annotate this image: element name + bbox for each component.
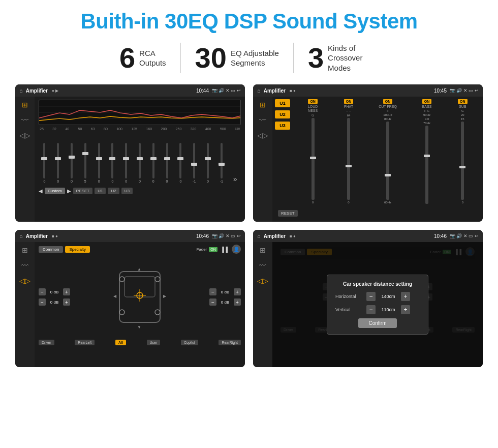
horizontal-label: Horizontal <box>335 294 363 299</box>
specialty-tab[interactable]: Specialty <box>65 246 89 253</box>
confirm-button[interactable]: Confirm <box>358 318 396 328</box>
speaker-icon-amp[interactable]: ◁▷ <box>257 131 268 139</box>
stat-text-rca: RCA Outputs <box>139 48 166 68</box>
eq-u1-btn[interactable]: U1 <box>95 188 106 194</box>
home-icon-amp[interactable]: ⌂ <box>257 87 261 94</box>
freq-label-13: 500 <box>220 127 226 131</box>
wave-icon-dialog[interactable]: 〰 <box>259 261 266 270</box>
home-icon[interactable]: ⌂ <box>19 87 23 94</box>
eq-icon[interactable]: ⊞ <box>22 101 28 109</box>
copilot-btn[interactable]: Copilot <box>181 340 198 345</box>
svg-text:▼: ▼ <box>137 325 141 330</box>
vol-minus-fr[interactable]: − <box>209 288 216 295</box>
eq-track-1[interactable] <box>57 143 59 178</box>
eq-custom-btn[interactable]: Custom <box>45 188 65 194</box>
eq-track-8[interactable] <box>152 143 154 178</box>
dialog-overlay: Car speaker distance setting Horizontal … <box>272 242 483 367</box>
home-icon-dialog[interactable]: ⌂ <box>257 233 261 239</box>
eq-track-2[interactable] <box>71 143 73 178</box>
eq-track-0[interactable] <box>43 143 45 178</box>
rear-right-btn[interactable]: RearRight <box>219 340 241 345</box>
vol-plus-fr[interactable]: + <box>234 288 241 295</box>
vol-plus-fl[interactable]: + <box>63 288 70 295</box>
vol-minus-rl[interactable]: − <box>39 298 46 306</box>
eq-val-9: 0 <box>166 180 168 183</box>
freq-label-4: 63 <box>91 127 95 131</box>
wave-icon-amp[interactable]: 〰 <box>259 116 266 124</box>
vol-minus-fl[interactable]: − <box>39 288 46 295</box>
common-tab[interactable]: Common <box>39 246 63 253</box>
driver-btn[interactable]: Driver <box>39 340 54 345</box>
topbar-dots-eq: ● ▶ <box>52 88 58 93</box>
distance-dialog: Car speaker distance setting Horizontal … <box>327 275 428 335</box>
eq-val-13: -1 <box>220 180 223 183</box>
topbar-icons-fader: 📷 🔊 ✕ ▭ ↩ <box>212 233 241 238</box>
svg-text:▲: ▲ <box>137 267 141 272</box>
all-btn[interactable]: All <box>115 340 126 345</box>
vol-plus-rr[interactable]: + <box>234 298 241 306</box>
vertical-plus[interactable]: + <box>401 305 410 314</box>
eq-track-13[interactable] <box>221 143 223 178</box>
speaker-icon-fader[interactable]: ◁▷ <box>19 277 30 285</box>
freq-label-11: 320 <box>191 127 197 131</box>
topbar-fader: ⌂ Amplifier ■ ● 10:46 📷 🔊 ✕ ▭ ↩ <box>15 230 245 242</box>
amp-reset-btn[interactable]: RESET <box>278 210 298 217</box>
eq-track-12[interactable] <box>207 143 209 178</box>
eq-track-6[interactable] <box>125 143 127 178</box>
wave-icon[interactable]: 〰 <box>21 116 28 124</box>
freq-label-9: 200 <box>161 127 167 131</box>
eq-track-9[interactable] <box>166 143 168 178</box>
stat-rca: 6 RCA Outputs <box>105 44 180 72</box>
vol-val-fr: 0 dB <box>218 290 232 294</box>
wave-icon-fader[interactable]: 〰 <box>21 261 28 270</box>
fader-slider-indicator[interactable]: ▐▐ <box>221 247 228 252</box>
eq-slider-8: 0 <box>147 143 159 183</box>
speaker-icon[interactable]: ◁▷ <box>19 131 30 139</box>
eq-main: 25 32 40 50 63 80 100 125 160 200 250 32… <box>35 97 245 222</box>
topbar-status-fader: ■ ● <box>52 234 58 238</box>
settings-icon[interactable]: 👤 <box>232 245 241 254</box>
horizontal-value: 140cm <box>379 294 398 299</box>
speaker-icon-dialog[interactable]: ◁▷ <box>257 277 268 285</box>
eq-track-4[interactable] <box>98 143 100 178</box>
vertical-minus[interactable]: − <box>366 305 376 314</box>
amp-u3-btn[interactable]: U3 <box>275 122 290 130</box>
eq-u3-btn[interactable]: U3 <box>121 188 133 194</box>
topbar-time-dialog: 10:46 <box>434 233 447 239</box>
home-icon-fader[interactable]: ⌂ <box>19 233 23 239</box>
eq-slider-12: 0 <box>202 143 214 183</box>
eq-track-11[interactable] <box>193 143 195 178</box>
vol-minus-rr[interactable]: − <box>209 298 216 306</box>
eq-graph-svg <box>39 100 240 125</box>
eq-next-icon[interactable]: ▶ <box>67 188 71 194</box>
rear-left-btn[interactable]: RearLeft <box>75 340 95 345</box>
eq-track-5[interactable] <box>111 143 113 178</box>
eq-icon-dialog[interactable]: ⊞ <box>260 246 266 254</box>
vertical-row: Vertical − 110cm + <box>335 305 420 314</box>
eq-val-5: 0 <box>111 180 113 183</box>
eq-prev-icon[interactable]: ◀ <box>39 188 43 194</box>
svg-text:◀: ◀ <box>113 294 117 298</box>
vertical-value: 110cm <box>379 307 398 312</box>
eq-val-8: 0 <box>152 180 154 183</box>
dialog-screen-body: ⊞ 〰 ◁▷ Common Specialty Fader ON ▐▐ <box>253 242 483 367</box>
eq-icon-fader[interactable]: ⊞ <box>22 246 28 254</box>
horizontal-plus[interactable]: + <box>401 292 410 301</box>
eq-track-3[interactable] <box>84 143 86 178</box>
freq-label-14: 630 <box>235 127 240 131</box>
eq-reset-btn[interactable]: RESET <box>73 188 93 194</box>
fader-screen: ⌂ Amplifier ■ ● 10:46 📷 🔊 ✕ ▭ ↩ ⊞ 〰 ◁▷ C… <box>15 230 245 367</box>
eq-slider-7: 0 <box>134 143 146 183</box>
horizontal-minus[interactable]: − <box>366 292 376 301</box>
user-btn[interactable]: User <box>147 340 161 345</box>
eq-slider-0: 0 <box>39 143 50 183</box>
svg-text:▶: ▶ <box>163 294 167 298</box>
topbar-icons-amp: 📷 🔊 ✕ ▭ ↩ <box>450 88 479 93</box>
vol-plus-rl[interactable]: + <box>63 298 70 306</box>
amp-u1-btn[interactable]: U1 <box>275 99 290 107</box>
eq-u2-btn[interactable]: U2 <box>108 188 119 194</box>
eq-track-7[interactable] <box>139 143 141 178</box>
amp-u2-btn[interactable]: U2 <box>275 110 290 118</box>
eq-icon-amp[interactable]: ⊞ <box>260 101 266 109</box>
eq-track-10[interactable] <box>179 143 181 178</box>
